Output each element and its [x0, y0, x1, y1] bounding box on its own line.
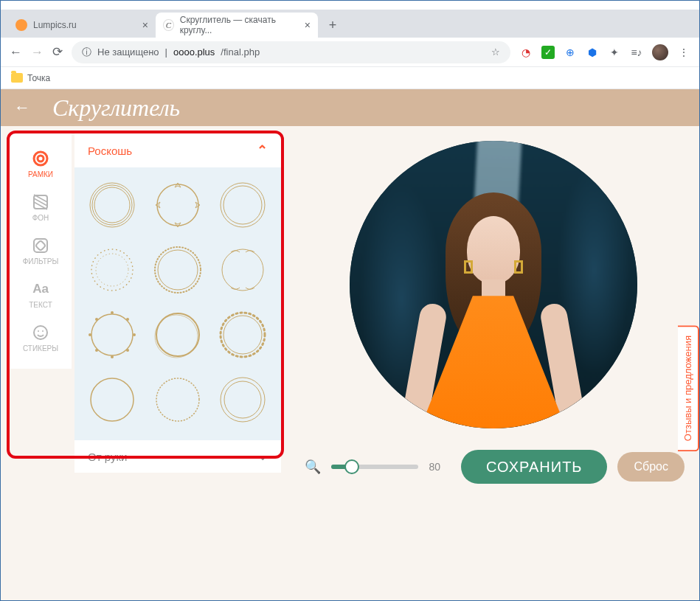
reload-button[interactable]: ⟳ — [52, 44, 63, 60]
stickers-icon — [32, 324, 49, 341]
category-luxury-header[interactable]: Роскошь ⌃ — [74, 133, 281, 167]
category-freehand-header[interactable]: От руки ⌄ — [74, 440, 281, 473]
frame-option[interactable] — [214, 241, 271, 299]
bookmark-item[interactable]: Точка — [27, 73, 50, 83]
ext-icon-5[interactable]: ≡♪ — [630, 46, 643, 59]
svg-point-29 — [155, 315, 198, 358]
svg-point-31 — [221, 313, 265, 357]
sidebar-label: СТИКЕРЫ — [23, 344, 58, 352]
category-label: Роскошь — [88, 145, 132, 157]
titlebar — [1, 1, 699, 10]
frame-option[interactable] — [149, 371, 207, 428]
favicon-skruglitel: C — [163, 19, 174, 31]
favicon-lumpics — [15, 19, 27, 31]
menu-icon[interactable]: ⋮ — [677, 46, 690, 59]
svg-point-18 — [222, 249, 263, 291]
sidebar-item-frames[interactable]: РАМКИ — [10, 142, 72, 186]
text-icon: Aa — [32, 280, 49, 298]
svg-point-14 — [91, 249, 133, 291]
svg-point-16 — [158, 250, 198, 290]
profile-avatar[interactable] — [652, 44, 668, 60]
svg-point-22 — [133, 333, 136, 336]
svg-point-9 — [92, 185, 132, 225]
url-host: oooo.plus — [173, 46, 215, 58]
sidebar-label: РАМКИ — [28, 170, 53, 178]
zoom-value: 80 — [429, 461, 451, 473]
sidebar-item-background[interactable]: ФОН — [10, 186, 72, 229]
frame-option[interactable] — [149, 176, 207, 234]
star-icon[interactable]: ☆ — [491, 46, 500, 58]
sidebar-label: ФОН — [32, 214, 49, 222]
app-body: РАМКИ ФОН ФИЛЬТРЫ Aa ТЕКСТ — [1, 126, 699, 600]
frames-grid — [74, 167, 281, 437]
save-button[interactable]: СОХРАНИТЬ — [461, 450, 608, 484]
sidebar-label: ФИЛЬТРЫ — [23, 257, 59, 265]
info-icon: ⓘ — [82, 46, 91, 59]
svg-point-7 — [42, 330, 44, 332]
ext-icon-1[interactable]: ◔ — [519, 46, 533, 59]
new-tab-button[interactable]: + — [322, 15, 343, 35]
address-bar[interactable]: ⓘ Не защищено | oooo.plus/final.php ☆ — [72, 41, 510, 63]
feedback-tab[interactable]: Отзывы и предложения — [678, 325, 699, 451]
svg-point-24 — [111, 355, 114, 358]
svg-point-34 — [221, 378, 265, 422]
tab-skruglitel[interactable]: C Скруглитель — скачать круглу... × — [156, 13, 318, 38]
ext-icon-2[interactable]: ✓ — [541, 46, 555, 59]
app-logo: Скруглитель — [52, 94, 180, 122]
security-label: Не защищено — [97, 46, 159, 58]
extensions-icon[interactable]: ✦ — [608, 46, 621, 59]
sidebar-item-stickers[interactable]: СТИКЕРЫ — [10, 316, 72, 360]
tab-lumpics[interactable]: Lumpics.ru × — [8, 13, 156, 38]
tool-sidebar: РАМКИ ФОН ФИЛЬТРЫ Aa ТЕКСТ — [10, 133, 72, 369]
zoom-icon[interactable]: 🔍 — [305, 459, 321, 475]
frame-option[interactable] — [214, 371, 271, 428]
svg-point-10 — [94, 187, 130, 223]
frame-option[interactable] — [83, 241, 141, 299]
app-header: ← Скруглитель — [1, 89, 699, 126]
frame-option[interactable] — [149, 306, 207, 364]
close-tab-icon[interactable]: × — [142, 19, 148, 31]
toolbar: ← → ⟳ ⓘ Не защищено | oooo.plus/final.ph… — [1, 38, 699, 67]
divider: | — [165, 46, 167, 58]
svg-point-30 — [223, 316, 262, 354]
bookmarks-bar: Точка — [1, 67, 699, 89]
svg-point-27 — [95, 318, 98, 321]
frame-option[interactable] — [214, 306, 271, 364]
tab-title: Скруглитель — скачать круглу... — [180, 15, 299, 35]
svg-point-25 — [95, 349, 98, 352]
svg-point-20 — [111, 311, 114, 314]
close-tab-icon[interactable]: × — [305, 19, 311, 31]
chevron-up-icon: ⌃ — [257, 142, 268, 159]
app-back-button[interactable]: ← — [14, 98, 30, 117]
url-path: /final.php — [221, 46, 260, 58]
cropped-image — [350, 141, 637, 428]
reset-button[interactable]: Сброс — [617, 452, 685, 482]
sidebar-item-filters[interactable]: ФИЛЬТРЫ — [10, 229, 72, 273]
frame-option[interactable] — [83, 371, 141, 428]
svg-point-1 — [38, 156, 44, 161]
category-label: От руки — [88, 451, 127, 463]
frames-panel: Роскошь ⌃ От руки ⌄ — [74, 133, 281, 473]
frames-icon — [32, 150, 49, 167]
ext-icon-4[interactable]: ⬢ — [586, 46, 599, 59]
frame-option[interactable] — [149, 241, 207, 299]
sidebar-item-text[interactable]: Aa ТЕКСТ — [10, 273, 72, 316]
preview-canvas[interactable] — [318, 141, 668, 451]
frame-option[interactable] — [83, 306, 141, 364]
ext-icon-3[interactable]: ⊕ — [564, 46, 577, 59]
svg-point-15 — [96, 254, 128, 286]
background-icon — [32, 193, 49, 211]
svg-point-21 — [126, 318, 129, 321]
svg-point-26 — [89, 333, 91, 336]
svg-point-0 — [34, 152, 47, 165]
back-button[interactable]: ← — [10, 45, 22, 60]
controls-row: 🔍 80 СОХРАНИТЬ Сброс — [305, 448, 685, 485]
frame-option[interactable] — [214, 176, 271, 234]
forward-button[interactable]: → — [31, 45, 44, 60]
tab-title: Lumpics.ru — [33, 20, 77, 30]
svg-point-32 — [91, 378, 134, 421]
tab-strip: Lumpics.ru × C Скруглитель — скачать кру… — [1, 10, 699, 38]
svg-rect-4 — [35, 240, 46, 251]
frame-option[interactable] — [83, 176, 141, 234]
zoom-slider[interactable] — [331, 465, 418, 469]
